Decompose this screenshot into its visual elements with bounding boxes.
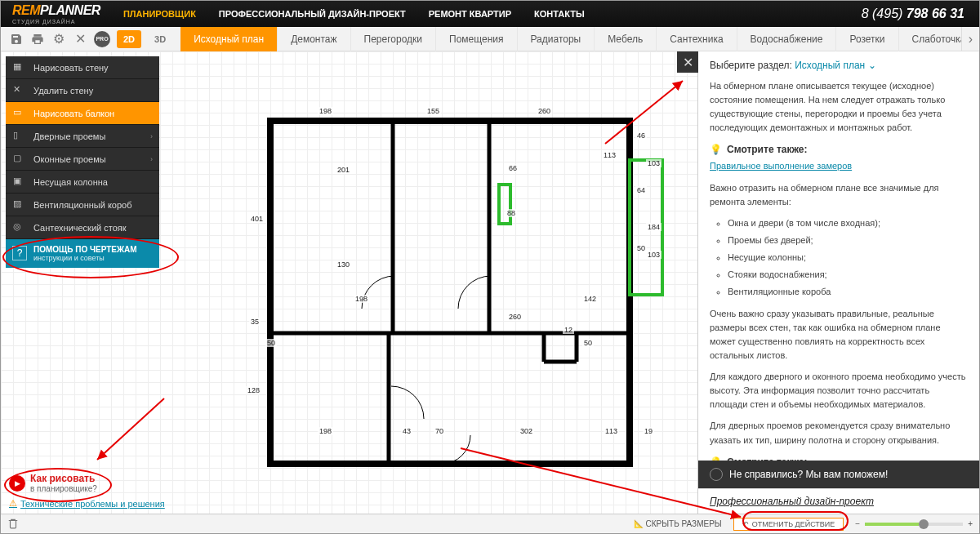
phone: 8 (495) 798 66 31 <box>862 7 979 21</box>
section-dropdown[interactable]: Исходный план ⌄ <box>795 60 875 71</box>
logo-subtitle: СТУДИЯ ДИЗАЙНА <box>12 19 100 24</box>
svg-rect-0 <box>270 121 630 464</box>
tab-rooms[interactable]: Помещения <box>436 27 517 51</box>
print-icon[interactable] <box>30 32 45 47</box>
tool-delete-wall[interactable]: ✕Удалить стену <box>6 79 159 102</box>
help-list: Окна и двери (в том числе входная); Прое… <box>710 216 968 299</box>
help-text: Очень важно сразу указывать правильные, … <box>710 307 968 363</box>
how-to-draw-link[interactable]: ▶ Как рисовать в планировщике? <box>9 473 165 493</box>
dim-label: 43 <box>401 427 412 435</box>
pro-badge-icon[interactable]: PRO <box>94 31 110 47</box>
drawings-help-button[interactable]: ? ПОМОЩЬ ПО ЧЕРТЕЖАМ инструкции и советы <box>6 239 159 268</box>
tool-column[interactable]: ▣Несущая колонна <box>6 171 159 194</box>
help-cta[interactable]: Не справились? Мы вам поможем! <box>698 461 979 488</box>
bulb-icon: 💡 <box>710 455 722 461</box>
dim-label: 142 <box>582 295 598 303</box>
see-also-link[interactable]: Правильное выполнение замеров <box>710 159 968 173</box>
zoom-thumb[interactable] <box>919 519 929 529</box>
tools-icon[interactable]: ✕ <box>73 32 87 47</box>
dim-label: 46 <box>635 131 647 140</box>
undo-button[interactable]: ↶ ОТМЕНИТЬ ДЕЙСТВИЕ <box>733 518 844 531</box>
dim-label: 198 <box>318 427 333 435</box>
close-panel-button[interactable]: ✕ <box>677 51 698 73</box>
tool-draw-wall[interactable]: ▦Нарисовать стену <box>6 56 159 79</box>
design-project-link[interactable]: Профессиональный дизайн-проект <box>698 488 979 514</box>
panel-header: Выберите раздел: Исходный план ⌄ <box>698 51 979 76</box>
svg-rect-9 <box>499 185 510 224</box>
dim-label: 260 <box>537 107 552 115</box>
door-icon: ▯ <box>13 130 25 142</box>
help-panel: ✕ Выберите раздел: Исходный план ⌄ На об… <box>697 51 979 514</box>
hide-dimensions-button[interactable]: 📐 СКРЫТЬ РАЗМЕРЫ <box>634 519 722 528</box>
tabs-scroll-right[interactable]: › <box>961 27 979 51</box>
dim-label: 35 <box>249 318 261 326</box>
bulb-icon: 💡 <box>710 142 722 158</box>
nav-design[interactable]: ПРОФЕССИОНАЛЬНЫЙ ДИЗАЙН-ПРОЕКТ <box>207 1 417 27</box>
dim-label: 260 <box>507 313 523 321</box>
logo[interactable]: REMPLANNER СТУДИЯ ДИЗАЙНА <box>1 3 112 24</box>
tab-radiators[interactable]: Радиаторы <box>518 27 595 51</box>
logo-plan: PLANNER <box>40 3 100 17</box>
dim-label: 184 <box>646 223 662 231</box>
help-text: На обмерном плане описывается текущее (и… <box>710 79 968 135</box>
dim-label: 12 <box>563 326 574 334</box>
logo-rem: REM <box>12 3 40 17</box>
tab-furniture[interactable]: Мебель <box>595 27 657 51</box>
tab-plumbing[interactable]: Сантехника <box>657 27 737 51</box>
dim-label: 103 <box>646 159 662 167</box>
tab-source-plan[interactable]: Исходный план <box>180 27 278 51</box>
globe-icon <box>710 468 723 481</box>
tab-lowcurrent[interactable]: Слаботочка <box>899 27 961 51</box>
drawing-tools-panel: ▦Нарисовать стену ✕Удалить стену ▭Нарисо… <box>6 56 159 268</box>
warning-icon: ⚠ <box>9 498 17 509</box>
question-icon: ? <box>12 246 27 260</box>
dim-label: 128 <box>246 386 261 394</box>
dim-label: 113 <box>604 427 619 435</box>
sheet-tabs: Исходный план Демонтаж Перегородки Помещ… <box>180 27 961 51</box>
help-text: Для каждого дверного и оконного проема н… <box>710 370 968 412</box>
tool-window-openings[interactable]: ▢Оконные проемы› <box>6 148 159 171</box>
tool-door-openings[interactable]: ▯Дверные проемы› <box>6 125 159 148</box>
floorplan-drawing[interactable] <box>254 113 679 505</box>
tab-sockets[interactable]: Розетки <box>836 27 898 51</box>
tool-plumbing-riser[interactable]: ◎Сантехнический стояк <box>6 216 159 239</box>
zoom-slider[interactable]: − + <box>855 519 973 528</box>
zoom-track[interactable] <box>865 523 963 526</box>
dim-label: 198 <box>318 107 333 115</box>
zoom-in-icon[interactable]: + <box>968 519 973 528</box>
link-icon[interactable]: ⚙ <box>51 32 66 47</box>
dim-label: 50 <box>582 339 594 347</box>
view-2d-button[interactable]: 2D <box>117 30 141 48</box>
tab-partitions[interactable]: Перегородки <box>351 27 436 51</box>
dim-label: 302 <box>519 427 534 435</box>
vent-icon: ▨ <box>13 198 25 211</box>
top-nav: ПЛАНИРОВЩИК ПРОФЕССИОНАЛЬНЫЙ ДИЗАЙН-ПРОЕ… <box>112 1 596 27</box>
dim-label: 88 <box>506 209 517 217</box>
help-text: Для дверных проемов рекомендуется сразу … <box>710 419 968 447</box>
balcony-icon: ▭ <box>13 107 25 119</box>
nav-planner[interactable]: ПЛАНИРОВЩИК <box>112 1 207 27</box>
zoom-out-icon[interactable]: − <box>855 519 860 528</box>
nav-contacts[interactable]: КОНТАКТЫ <box>523 1 596 27</box>
tab-demolition[interactable]: Демонтаж <box>278 27 350 51</box>
trash-icon[interactable] <box>7 518 20 531</box>
tool-draw-balcony[interactable]: ▭Нарисовать балкон <box>6 102 159 125</box>
dim-label: 64 <box>635 186 647 194</box>
help-text: Важно отразить на обмерном плане все зна… <box>710 181 968 209</box>
dim-label: 130 <box>336 260 351 269</box>
tech-issues-link[interactable]: ⚠Технические проблемы и решения <box>9 498 165 509</box>
nav-renovation[interactable]: РЕМОНТ КВАРТИР <box>417 1 523 27</box>
chevron-down-icon: ⌄ <box>868 60 876 71</box>
dim-label: 401 <box>249 215 265 223</box>
save-icon[interactable] <box>9 32 24 47</box>
dim-label: 113 <box>602 151 617 159</box>
dim-label: 66 <box>507 164 519 172</box>
dim-label: 19 <box>643 427 654 435</box>
dim-label: 201 <box>336 166 351 174</box>
view-3d-button[interactable]: 3D <box>148 30 172 48</box>
dim-label: 198 <box>354 295 369 303</box>
tab-water[interactable]: Водоснабжение <box>737 27 837 51</box>
dim-label: 155 <box>425 107 441 115</box>
tool-vent-box[interactable]: ▨Вентиляционный короб <box>6 194 159 216</box>
dim-label: 70 <box>434 427 445 435</box>
